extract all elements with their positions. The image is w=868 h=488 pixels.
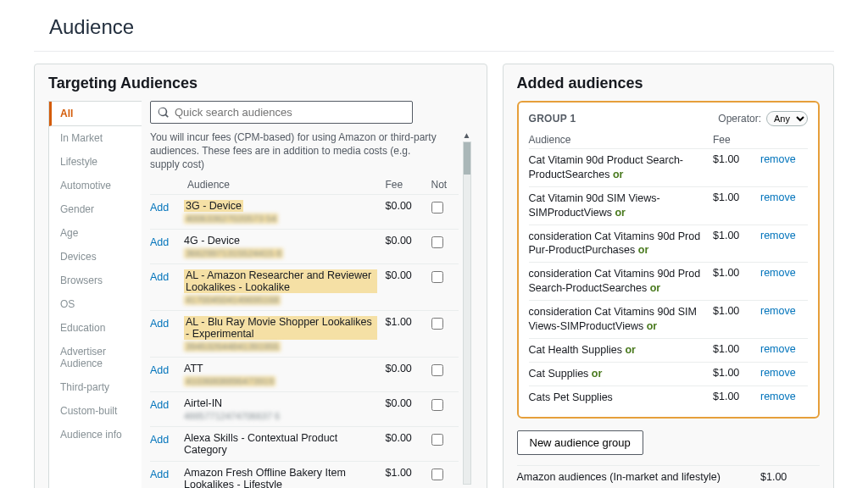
fee-summary: Amazon audiences (In-market and lifestyl…: [517, 465, 821, 488]
audience-name: ATT41036808896473919: [184, 363, 386, 386]
operator-select[interactable]: Any: [766, 111, 808, 126]
not-checkbox-cell: [431, 432, 459, 448]
group-audience-name: consideration Cat Vitamins 90d Prod Pur-…: [529, 230, 714, 258]
targeting-body: AllIn MarketLifestyleAutomotiveGenderAge…: [48, 101, 473, 488]
remove-link[interactable]: remove: [760, 305, 808, 317]
tab-lifestyle[interactable]: Lifestyle: [49, 150, 142, 174]
tab-os[interactable]: OS: [49, 292, 142, 316]
group-fee: $1.00: [713, 153, 760, 165]
group-audience-name: Cat Vitamin 90d Product Search-ProductSe…: [529, 153, 714, 182]
audience-name: Airtel-IN48857712474706637 6: [184, 397, 386, 421]
group-row: Cat Vitamin 90d SIM Views-SIMProductView…: [529, 187, 809, 225]
group-fee: $1.00: [713, 267, 760, 279]
audience-name: 3G - Device400633627020573 54: [184, 200, 386, 224]
audience-row: AddAlexa Skills - Contextual Product Cat…: [150, 426, 459, 461]
add-link[interactable]: Add: [150, 235, 184, 248]
add-link[interactable]: Add: [150, 269, 184, 283]
tab-advertiser-audience[interactable]: Advertiser Audience: [49, 340, 142, 375]
remove-link[interactable]: remove: [760, 153, 808, 165]
audience-fee: $0.00: [386, 269, 431, 281]
remove-link[interactable]: remove: [760, 343, 808, 355]
summary-row-amazon: Amazon audiences (In-market and lifestyl…: [517, 465, 821, 488]
group-header: GROUP 1 Operator: Any: [529, 111, 809, 126]
group-columns: Audience Fee: [529, 131, 809, 149]
search-input[interactable]: [175, 106, 405, 119]
scroll-thumb[interactable]: [464, 142, 470, 175]
fee-note: You will incur fees (CPM-based) for usin…: [150, 130, 438, 172]
not-checkbox[interactable]: [431, 271, 443, 283]
scroll-up-icon[interactable]: ▲: [463, 130, 471, 140]
add-link[interactable]: Add: [150, 467, 184, 480]
add-link[interactable]: Add: [150, 316, 184, 330]
not-checkbox-cell: [431, 467, 459, 483]
page-title: Audience: [49, 15, 834, 39]
new-audience-group-button[interactable]: New audience group: [517, 430, 643, 455]
group-audience-name: Cat Health Supplies or: [529, 343, 714, 358]
not-checkbox-cell: [431, 397, 459, 413]
group-rows: Cat Vitamin 90d Product Search-ProductSe…: [529, 149, 809, 408]
remove-link[interactable]: remove: [760, 367, 808, 379]
or-operator: or: [615, 207, 626, 219]
search-wrap: [150, 101, 473, 124]
not-checkbox[interactable]: [431, 434, 443, 446]
audience-list-header: Audience Fee Not: [150, 175, 459, 194]
remove-link[interactable]: remove: [760, 267, 808, 279]
not-checkbox[interactable]: [431, 202, 443, 214]
scrollbar[interactable]: ▲ ▼: [461, 130, 473, 488]
category-tabs: AllIn MarketLifestyleAutomotiveGenderAge…: [48, 101, 142, 488]
group-audience-name: consideration Cat Vitamins 90d SIM Views…: [529, 305, 714, 334]
add-link[interactable]: Add: [150, 397, 184, 411]
search-box[interactable]: [150, 101, 413, 124]
header-not: Not: [431, 179, 459, 191]
remove-link[interactable]: remove: [760, 391, 808, 402]
group-row: consideration Cat Vitamins 90d Prod Sear…: [529, 263, 809, 301]
audience-fee: $1.00: [386, 316, 431, 328]
not-checkbox[interactable]: [431, 318, 443, 330]
audience-rows: Add3G - Device400633627020573 54$0.00Add…: [150, 194, 459, 488]
operator-control: Operator: Any: [718, 111, 808, 126]
tab-education[interactable]: Education: [49, 316, 142, 340]
audience-fee: $0.00: [386, 432, 431, 444]
or-operator: or: [613, 169, 624, 180]
divider: [34, 51, 834, 52]
targeting-content: You will incur fees (CPM-based) for usin…: [150, 101, 473, 488]
scroll-track[interactable]: [463, 141, 471, 485]
not-checkbox[interactable]: [431, 399, 443, 411]
not-checkbox[interactable]: [431, 469, 443, 480]
tab-third-party[interactable]: Third-party: [49, 375, 142, 399]
tab-devices[interactable]: Devices: [49, 245, 142, 269]
audience-name: Alexa Skills - Contextual Product Catego…: [184, 432, 386, 456]
audience-name: 4G - Device36629971315524415 8: [184, 235, 386, 258]
tab-in-market[interactable]: In Market: [49, 126, 142, 150]
header-audience: Audience: [187, 179, 386, 191]
tab-audience-info[interactable]: Audience info: [49, 423, 142, 446]
add-link[interactable]: Add: [150, 363, 184, 376]
add-link[interactable]: Add: [150, 200, 184, 214]
remove-link[interactable]: remove: [760, 230, 808, 241]
remove-link[interactable]: remove: [760, 191, 808, 203]
tab-gender[interactable]: Gender: [49, 197, 142, 221]
audience-row: AddATT41036808896473919$0.00: [150, 357, 459, 391]
audience-group: GROUP 1 Operator: Any Audience Fee Cat V…: [517, 101, 821, 419]
group-audience-name: consideration Cat Vitamins 90d Prod Sear…: [529, 267, 714, 296]
not-checkbox-cell: [431, 316, 459, 332]
tab-age[interactable]: Age: [49, 221, 142, 245]
tab-browsers[interactable]: Browsers: [49, 269, 142, 292]
group-fee: $1.00: [713, 230, 760, 241]
add-link[interactable]: Add: [150, 432, 184, 446]
operator-label: Operator:: [718, 113, 761, 125]
tab-custom-built[interactable]: Custom-built: [49, 399, 142, 423]
not-checkbox[interactable]: [431, 364, 443, 376]
not-checkbox[interactable]: [431, 236, 443, 248]
tab-automotive[interactable]: Automotive: [49, 174, 142, 197]
group-fee: $1.00: [713, 343, 760, 355]
audience-fee: $0.00: [386, 200, 431, 212]
group-audience-name: Cats Pet Supplies: [529, 391, 714, 405]
audience-row: AddAmazon Fresh Offline Bakery Item Look…: [150, 461, 459, 488]
audience-fee: $1.00: [386, 467, 431, 479]
added-panel: Added audiences GROUP 1 Operator: Any Au…: [503, 64, 835, 488]
group-row: Cat Supplies or$1.00remove: [529, 363, 809, 386]
audience-row: AddAL - Blu Ray Movie Shopper Lookalikes…: [150, 310, 459, 357]
audience-name: Amazon Fresh Offline Bakery Item Lookali…: [184, 467, 386, 488]
tab-all[interactable]: All: [49, 102, 142, 126]
